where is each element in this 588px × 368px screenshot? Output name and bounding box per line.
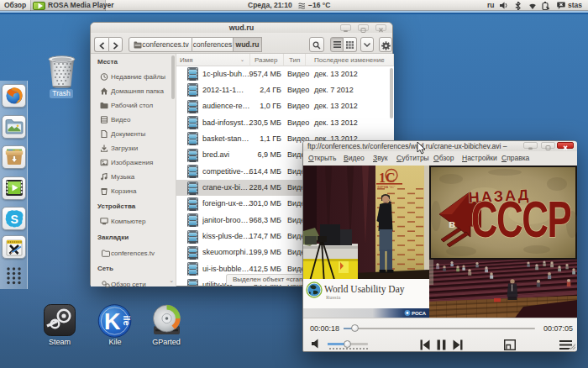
svg-text:1С: 1С xyxy=(379,171,396,185)
svg-text:ile: ile xyxy=(122,316,132,326)
svg-text:в: в xyxy=(449,218,455,230)
svg-text:РОСА: РОСА xyxy=(412,311,427,316)
svg-text:СССР: СССР xyxy=(471,191,571,248)
svg-text:S: S xyxy=(10,212,18,225)
svg-text:K: K xyxy=(104,309,121,334)
svg-text:Russia: Russia xyxy=(326,294,340,300)
svg-text:ФИРМА "1С": ФИРМА "1С" xyxy=(377,186,396,189)
